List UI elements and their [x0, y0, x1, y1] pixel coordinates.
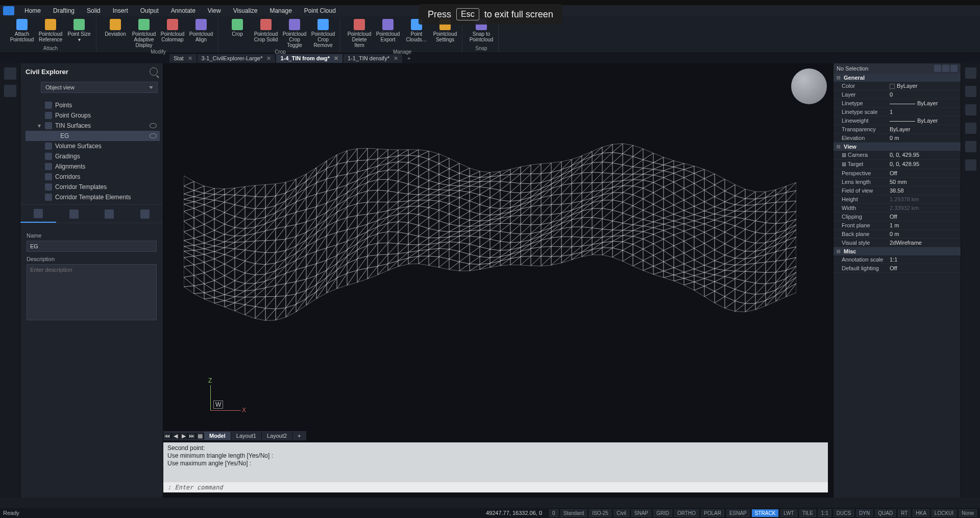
toggle-quad[interactable]: QUAD — [875, 509, 896, 517]
menu-output[interactable]: Output — [134, 6, 165, 16]
toggle-ducs[interactable]: DUCS — [834, 509, 854, 517]
tree-node-point-groups[interactable]: Point Groups — [26, 110, 160, 121]
toggle-grid[interactable]: GRID — [653, 509, 672, 517]
ribbon-pointcloud-crop-solid[interactable]: Pointcloud Crop Solid — [252, 18, 280, 48]
app-icon[interactable] — [3, 6, 14, 15]
layout-prev-icon[interactable]: ◀ — [172, 433, 180, 439]
menu-visualize[interactable]: Visualize — [227, 6, 264, 16]
tree-node-volume-surfaces[interactable]: Volume Surfaces — [26, 141, 160, 151]
description-field[interactable] — [27, 264, 157, 320]
toggle-lwt[interactable]: LWT — [780, 509, 797, 517]
status-discipline[interactable]: Civil — [614, 509, 629, 517]
attachments-icon[interactable] — [965, 104, 976, 115]
layout-last-icon[interactable]: ⏭ — [188, 433, 196, 439]
viewport[interactable]: Z X W ⏮ ◀ ▶ ⏭ ▦ ModelLayout1Layout2 + Se… — [163, 63, 833, 498]
prop-row[interactable]: Linetype scale1 — [834, 108, 961, 116]
toggle-1:1[interactable]: 1:1 — [818, 509, 831, 517]
prop-row[interactable]: PerspectiveOff — [834, 169, 961, 178]
layout-tab-layout1[interactable]: Layout1 — [231, 432, 262, 440]
prop-group-general[interactable]: General — [834, 74, 961, 82]
stats-tab[interactable] — [92, 205, 128, 223]
layout-next-icon[interactable]: ▶ — [180, 433, 188, 439]
ribbon-pointcloud-crop-remove[interactable]: Pointcloud Crop Remove — [309, 18, 337, 48]
toggle-snap[interactable]: SNAP — [631, 509, 651, 517]
parachute-icon[interactable] — [965, 123, 976, 134]
layers-icon[interactable] — [965, 86, 976, 97]
visibility-eye-icon[interactable] — [150, 133, 157, 138]
prop-group-misc[interactable]: Misc — [834, 247, 961, 255]
ribbon-deviation[interactable]: Deviation — [102, 18, 129, 48]
ribbon-pointcloud-export[interactable]: Pointcloud Export — [374, 18, 402, 48]
civil-explorer-icon[interactable] — [4, 67, 16, 80]
toggle-tile[interactable]: TILE — [799, 509, 816, 517]
properties-icon[interactable] — [965, 67, 976, 79]
prop-row[interactable]: ⊞ Target0, 0, 428.95 — [834, 160, 961, 169]
prop-row[interactable]: Back plane0 m — [834, 230, 961, 239]
close-tab-icon[interactable]: ✕ — [334, 55, 338, 62]
status-style[interactable]: Standard — [560, 509, 587, 517]
prop-row[interactable]: Elevation0 m — [834, 134, 961, 143]
tree-node-points[interactable]: Points — [26, 100, 160, 110]
prop-group-view[interactable]: View — [834, 143, 961, 151]
menu-home[interactable]: Home — [18, 6, 47, 16]
search-icon[interactable] — [150, 67, 158, 76]
toggle-ortho[interactable]: ORTHO — [674, 509, 699, 517]
info-tab[interactable] — [20, 205, 56, 223]
layout-first-icon[interactable]: ⏮ — [163, 433, 172, 439]
visibility-eye-icon[interactable] — [150, 123, 157, 128]
ribbon-pointcloud-adaptive-display[interactable]: Pointcloud Adaptive Display — [130, 18, 158, 48]
ribbon-pointcloud-reference[interactable]: Pointcloud Reference — [37, 18, 64, 42]
view-selector[interactable]: Object view — [41, 82, 158, 93]
prop-row[interactable]: TransparencyByLayer — [834, 125, 961, 134]
prop-row[interactable]: LinetypeByLayer — [834, 99, 961, 108]
add-layout-button[interactable]: + — [292, 432, 306, 440]
prop-row[interactable]: ClippingOff — [834, 213, 961, 221]
lightbulb-icon[interactable] — [965, 159, 976, 171]
ribbon-attach-pointcloud[interactable]: Attach Pointcloud — [8, 18, 36, 42]
tree-node-alignments[interactable]: Alignments — [26, 161, 160, 172]
tree-node-tin-surfaces[interactable]: ▾TIN Surfaces — [26, 121, 160, 131]
status-iso[interactable]: ISO-25 — [589, 509, 611, 517]
ribbon-crop[interactable]: Crop — [224, 18, 251, 48]
menu-view[interactable]: View — [202, 6, 227, 16]
tree-node-gradings[interactable]: Gradings — [26, 151, 160, 161]
command-line[interactable]: : Enter command — [163, 482, 828, 492]
tree-node-corridors[interactable]: Corridors — [26, 172, 160, 182]
props-filter-icon[interactable] — [934, 65, 941, 72]
menu-annotate[interactable]: Annotate — [165, 6, 202, 16]
toggle-esnap[interactable]: ESNAP — [726, 509, 750, 517]
tree-node-eg[interactable]: EG — [26, 131, 160, 141]
prop-row[interactable]: LineweightByLayer — [834, 116, 961, 125]
menu-drafting[interactable]: Drafting — [47, 6, 81, 16]
ribbon-pointcloud-crop-toggle[interactable]: Pointcloud Crop Toggle — [281, 18, 308, 48]
prop-row[interactable]: Visual style2dWireframe — [834, 239, 961, 247]
props-settings-icon[interactable] — [950, 65, 958, 72]
settings-tab[interactable] — [56, 205, 92, 223]
prop-row[interactable]: Layer0 — [834, 90, 961, 99]
prop-row[interactable]: Default lightingOff — [834, 264, 961, 273]
close-tab-icon[interactable]: ✕ — [394, 55, 398, 62]
status-zero[interactable]: 0 — [549, 509, 558, 517]
toggle-hka[interactable]: HKA — [913, 509, 929, 517]
menu-manage[interactable]: Manage — [263, 6, 298, 16]
prop-row[interactable]: Lens length50 mm — [834, 178, 961, 186]
tree-node-corridor-template-elements[interactable]: Corridor Template Elements — [26, 192, 160, 202]
menu-point-cloud[interactable]: Point Cloud — [298, 6, 342, 16]
doc-tab[interactable]: Stat✕ — [169, 54, 197, 63]
doc-tab[interactable]: 1-1_TIN densify*✕ — [344, 54, 402, 63]
command-history[interactable]: Second point:Use minimum triangle length… — [163, 442, 828, 482]
new-tab-button[interactable]: + — [403, 54, 414, 62]
view-cube[interactable] — [791, 68, 827, 104]
ribbon-pointcloud-align[interactable]: Pointcloud Align — [187, 18, 215, 48]
prop-row[interactable]: ColorByLayer — [834, 82, 961, 90]
layout-tab-layout2[interactable]: Layout2 — [262, 432, 292, 440]
doc-tab[interactable]: 1-4_TIN from dwg*✕ — [276, 54, 342, 63]
ribbon-pointcloud-colormap[interactable]: Pointcloud Colormap — [159, 18, 186, 48]
structure-panel-icon[interactable] — [4, 85, 16, 97]
prop-row[interactable]: ⊞ Camera0, 0, 429.95 — [834, 151, 961, 160]
image-tab[interactable] — [127, 205, 163, 223]
toggle-dyn[interactable]: DYN — [856, 509, 873, 517]
layout-list-icon[interactable]: ▦ — [196, 433, 204, 439]
prop-row[interactable]: Annotation scale1:1 — [834, 255, 961, 264]
tree-node-corridor-templates[interactable]: Corridor Templates — [26, 182, 160, 192]
